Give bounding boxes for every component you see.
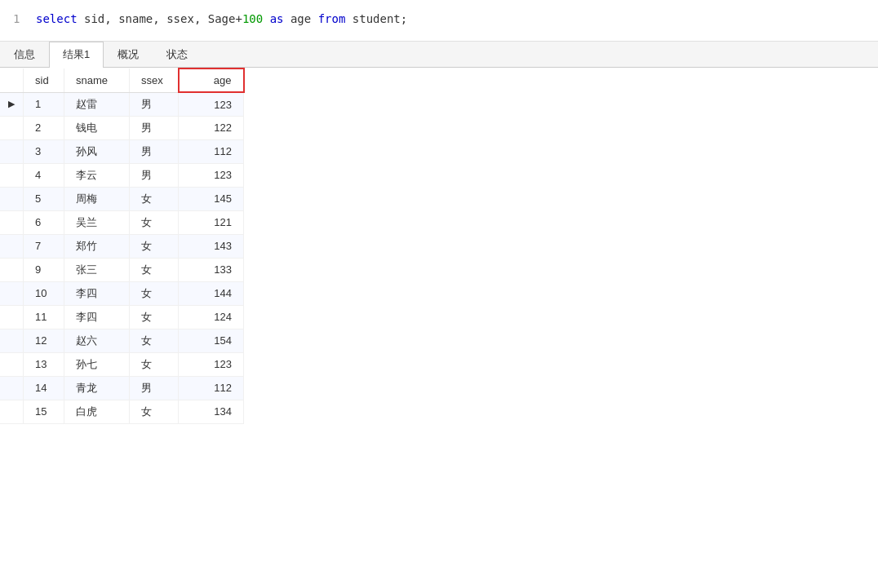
row-indicator: ▶	[0, 92, 24, 116]
tab-overview[interactable]: 概况	[104, 42, 153, 67]
cell-sid: 12	[24, 329, 64, 352]
cell-sid: 6	[24, 210, 64, 234]
cell-age: 123	[179, 352, 244, 376]
cell-sid: 5	[24, 187, 64, 210]
line-number: 1	[13, 10, 26, 28]
cell-sid: 15	[24, 400, 64, 423]
column-header-ssex[interactable]: ssex	[130, 69, 179, 92]
cell-age: 145	[179, 187, 244, 210]
cell-sid: 1	[24, 92, 64, 116]
column-header-sid[interactable]: sid	[24, 69, 64, 92]
cell-sname: 孙七	[64, 352, 130, 376]
column-header-age[interactable]: age	[179, 69, 244, 92]
row-indicator	[0, 376, 24, 400]
table-row: 6吴兰女121	[0, 210, 244, 234]
cell-ssex: 女	[130, 281, 179, 305]
cell-sname: 白虎	[64, 400, 130, 423]
cell-sid: 14	[24, 376, 64, 400]
row-indicator	[0, 305, 24, 329]
cell-sname: 青龙	[64, 376, 130, 400]
cell-sname: 李四	[64, 305, 130, 329]
row-indicator	[0, 258, 24, 281]
cell-age: 133	[179, 258, 244, 281]
cell-age: 112	[179, 376, 244, 400]
tab-result1[interactable]: 结果1	[49, 42, 104, 68]
row-indicator	[0, 210, 24, 234]
cell-ssex: 女	[130, 258, 179, 281]
cell-ssex: 男	[130, 376, 179, 400]
cell-age: 154	[179, 329, 244, 352]
cell-sname: 李云	[64, 163, 130, 187]
cell-sname: 张三	[64, 258, 130, 281]
code-editor: 1 select sid, sname, ssex, Sage+100 as a…	[0, 0, 878, 42]
sql-code: select sid, sname, ssex, Sage+100 as age…	[36, 10, 407, 28]
table-row: 2钱电男122	[0, 116, 244, 139]
row-indicator	[0, 139, 24, 163]
row-indicator	[0, 400, 24, 423]
cell-sid: 13	[24, 352, 64, 376]
result-area: sid sname ssex age ▶1赵雷男1232钱电男1223孙风男11…	[0, 68, 878, 424]
result-table: sid sname ssex age ▶1赵雷男1232钱电男1223孙风男11…	[0, 68, 245, 424]
table-row: 7郑竹女143	[0, 234, 244, 258]
table-row: 14青龙男112	[0, 376, 244, 400]
cell-sname: 赵雷	[64, 92, 130, 116]
cell-ssex: 女	[130, 234, 179, 258]
cell-age: 134	[179, 400, 244, 423]
row-indicator-header	[0, 69, 24, 92]
cell-age: 122	[179, 116, 244, 139]
row-indicator	[0, 187, 24, 210]
cell-sid: 10	[24, 281, 64, 305]
row-indicator	[0, 281, 24, 305]
cell-ssex: 女	[130, 329, 179, 352]
table-row: 12赵六女154	[0, 329, 244, 352]
cell-ssex: 女	[130, 305, 179, 329]
cell-ssex: 女	[130, 352, 179, 376]
cell-sname: 钱电	[64, 116, 130, 139]
cell-age: 144	[179, 281, 244, 305]
row-indicator	[0, 352, 24, 376]
cell-ssex: 女	[130, 210, 179, 234]
cell-sid: 3	[24, 139, 64, 163]
cell-age: 143	[179, 234, 244, 258]
cell-sid: 2	[24, 116, 64, 139]
tabs-bar: 信息 结果1 概况 状态	[0, 42, 878, 68]
table-row: 5周梅女145	[0, 187, 244, 210]
table-row: 15白虎女134	[0, 400, 244, 423]
cell-sid: 7	[24, 234, 64, 258]
cell-age: 124	[179, 305, 244, 329]
row-indicator	[0, 234, 24, 258]
table-row: 13孙七女123	[0, 352, 244, 376]
cell-ssex: 女	[130, 400, 179, 423]
cell-age: 123	[179, 92, 244, 116]
table-row: 4李云男123	[0, 163, 244, 187]
table-row: 9张三女133	[0, 258, 244, 281]
cell-ssex: 男	[130, 139, 179, 163]
column-header-sname[interactable]: sname	[64, 69, 130, 92]
cell-sid: 4	[24, 163, 64, 187]
table-row: ▶1赵雷男123	[0, 92, 244, 116]
row-indicator	[0, 163, 24, 187]
table-row: 10李四女144	[0, 281, 244, 305]
cell-sname: 李四	[64, 281, 130, 305]
cell-sname: 吴兰	[64, 210, 130, 234]
cell-sname: 周梅	[64, 187, 130, 210]
table-row: 11李四女124	[0, 305, 244, 329]
row-indicator	[0, 329, 24, 352]
cell-sname: 孙风	[64, 139, 130, 163]
row-indicator	[0, 116, 24, 139]
tab-info[interactable]: 信息	[0, 42, 49, 67]
cell-ssex: 男	[130, 163, 179, 187]
cell-sid: 9	[24, 258, 64, 281]
cell-ssex: 女	[130, 187, 179, 210]
cell-sname: 郑竹	[64, 234, 130, 258]
cell-sid: 11	[24, 305, 64, 329]
tab-status[interactable]: 状态	[153, 42, 202, 67]
table-row: 3孙风男112	[0, 139, 244, 163]
cell-age: 112	[179, 139, 244, 163]
cell-age: 123	[179, 163, 244, 187]
cell-ssex: 男	[130, 92, 179, 116]
cell-ssex: 男	[130, 116, 179, 139]
cell-sname: 赵六	[64, 329, 130, 352]
cell-age: 121	[179, 210, 244, 234]
